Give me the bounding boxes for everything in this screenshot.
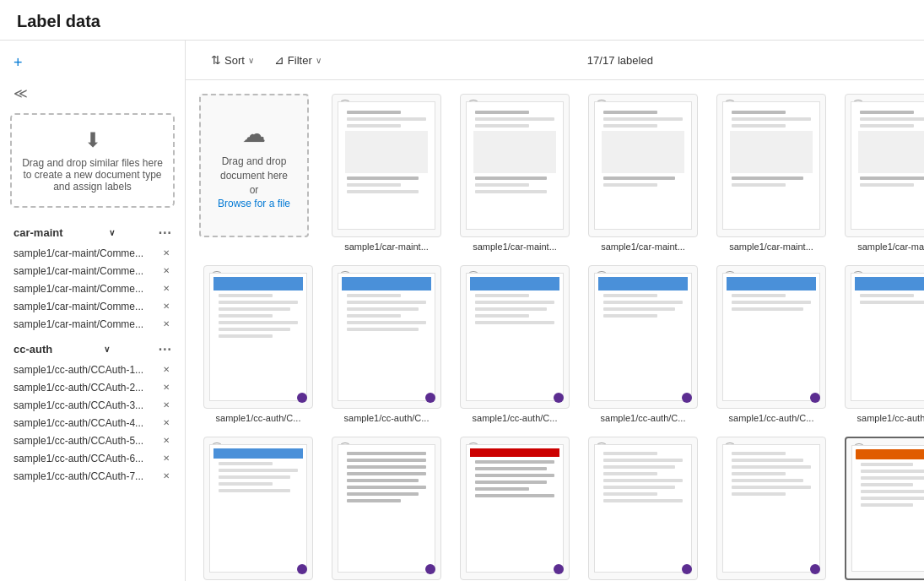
close-icon[interactable]: ✕ xyxy=(161,399,171,411)
doc-card-deed-3[interactable]: 🗑 xyxy=(584,437,702,581)
sort-chevron-icon: ∨ xyxy=(248,56,254,65)
sidebar-item-car-maint-4[interactable]: sample1/car-maint/Comme...✕ xyxy=(0,297,185,315)
label-dot xyxy=(297,564,307,574)
filter-button[interactable]: ⊿ Filter ∨ xyxy=(266,49,330,71)
sidebar-section-car-maint-header[interactable]: car-maint ∨ ⋯ xyxy=(0,221,185,244)
doc-card-car-maint-5[interactable]: 🗑 xyxy=(840,94,924,252)
sort-label: Sort xyxy=(224,54,245,67)
sidebar-section-car-maint-label: car-maint xyxy=(14,226,63,239)
collapse-icon[interactable]: ≪ xyxy=(0,82,185,105)
doc-card-cc-auth-6[interactable]: 🗑 sample1/cc-auth/C... xyxy=(840,265,924,423)
close-icon[interactable]: ✕ xyxy=(161,318,171,330)
doc-card-deed-5-selected[interactable]: 🗑 xyxy=(840,437,924,581)
upload-icon: ⬇ xyxy=(22,128,163,152)
sidebar-item-cc-auth-6[interactable]: sample1/cc-auth/CCAuth-6...✕ xyxy=(0,449,185,467)
doc-card-inner: 🗑 xyxy=(460,437,570,580)
upload-card[interactable]: ☁ Drag and drop document here or Browse … xyxy=(199,94,317,252)
doc-card-cc-auth-extra[interactable]: 🗑 xyxy=(199,437,317,581)
doc-thumbnail xyxy=(722,444,819,572)
sidebar-section-car-maint: car-maint ∨ ⋯ sample1/car-maint/Comme...… xyxy=(0,221,185,333)
sidebar-item-car-maint-1[interactable]: sample1/car-maint/Comme...✕ xyxy=(0,244,185,262)
doc-card-inner-selected: 🗑 xyxy=(845,437,924,580)
close-icon[interactable]: ✕ xyxy=(161,416,171,429)
car-maint-more-icon[interactable]: ⋯ xyxy=(158,225,171,241)
doc-card-deed-1[interactable]: 🗑 xyxy=(327,437,446,581)
sidebar-item-cc-auth-2[interactable]: sample1/cc-auth/CCAuth-2...✕ xyxy=(0,378,185,396)
doc-card-inner: 🗑 xyxy=(716,437,826,580)
sidebar-item-cc-auth-3[interactable]: sample1/cc-auth/CCAuth-3...✕ xyxy=(0,396,185,414)
doc-card-cc-auth-5[interactable]: 🗑 sample1/cc-auth/C xyxy=(712,265,830,423)
sidebar-section-cc-auth-header[interactable]: cc-auth ∨ ⋯ xyxy=(0,338,185,361)
doc-card-cc-auth-2[interactable]: 🗑 xyxy=(327,265,446,423)
sidebar-item-cc-auth-5[interactable]: sample1/cc-auth/CCAuth-5...✕ xyxy=(0,432,185,449)
filter-icon: ⊿ xyxy=(274,53,284,67)
close-icon[interactable]: ✕ xyxy=(161,452,171,464)
label-dot xyxy=(425,564,435,574)
cloud-upload-icon: ☁ xyxy=(242,120,266,148)
doc-card-deed-4[interactable]: 🗑 xyxy=(712,437,830,581)
doc-name: sample1/cc-auth/C... xyxy=(845,413,924,423)
doc-thumbnail xyxy=(594,101,691,229)
cc-auth-more-icon[interactable]: ⋯ xyxy=(158,341,171,357)
doc-card-cc-auth-3[interactable]: 🗑 xyxy=(456,265,574,423)
upload-card-inner[interactable]: ☁ Drag and drop document here or Browse … xyxy=(199,94,309,237)
doc-card-inner: 🗑 xyxy=(332,265,441,409)
sidebar-item-cc-auth-7[interactable]: sample1/cc-auth/CCAuth-7...✕ xyxy=(0,467,185,485)
sidebar-item-cc-auth-4[interactable]: sample1/cc-auth/CCAuth-4...✕ xyxy=(0,414,185,432)
doc-card-car-maint-1[interactable]: 🗑 xyxy=(327,94,446,252)
doc-thumbnail xyxy=(851,445,924,571)
page: Label data + ≪ ⬇ Drag and drop similar f… xyxy=(0,0,924,581)
doc-thumbnail xyxy=(338,444,435,572)
sidebar-section-cc-auth-label: cc-auth xyxy=(14,343,52,356)
doc-card-cc-auth-4[interactable]: 🗑 xyxy=(584,265,702,423)
doc-thumbnail xyxy=(594,444,691,572)
doc-card-car-maint-3[interactable]: 🗑 xyxy=(584,94,702,252)
close-icon[interactable]: ✕ xyxy=(161,300,171,312)
page-title: Label data xyxy=(0,0,924,41)
doc-thumbnail xyxy=(722,273,819,400)
content-area: ⇅ Sort ∨ ⊿ Filter ∨ 17/17 labeled xyxy=(186,41,924,581)
sidebar-section-cc-auth: cc-auth ∨ ⋯ sample1/cc-auth/CCAuth-1...✕… xyxy=(0,338,185,485)
sidebar-item-car-maint-3[interactable]: sample1/car-maint/Comme...✕ xyxy=(0,280,185,297)
doc-thumbnail xyxy=(851,273,924,400)
close-icon[interactable]: ✕ xyxy=(161,434,171,447)
sidebar-item-cc-auth-1[interactable]: sample1/cc-auth/CCAuth-1...✕ xyxy=(0,361,185,378)
close-icon[interactable]: ✕ xyxy=(161,470,171,482)
label-dot xyxy=(297,393,307,403)
toolbar: ⇅ Sort ∨ ⊿ Filter ∨ 17/17 labeled xyxy=(186,41,924,80)
status-label: 17/17 labeled xyxy=(333,54,907,67)
doc-thumbnail xyxy=(466,444,563,572)
close-icon[interactable]: ✕ xyxy=(161,282,171,295)
label-dot xyxy=(554,393,564,403)
add-button[interactable]: + xyxy=(0,49,185,77)
doc-name: sample1/car-maint... xyxy=(460,242,570,252)
doc-name: sample1/car-maint... xyxy=(716,242,826,252)
doc-card-car-maint-2[interactable]: 🗑 xyxy=(456,94,574,252)
upload-or: or xyxy=(250,184,259,196)
label-dot xyxy=(425,393,435,403)
close-icon[interactable]: ✕ xyxy=(161,381,171,394)
close-icon[interactable]: ✕ xyxy=(161,247,171,259)
doc-card-cc-auth-1[interactable]: 🗑 xyxy=(199,265,317,423)
sidebar-drag-drop[interactable]: ⬇ Drag and drop similar files here to cr… xyxy=(10,113,175,208)
doc-card-inner: 🗑 xyxy=(845,94,924,237)
doc-card-inner: 🗑 xyxy=(332,437,441,580)
doc-card-car-maint-4[interactable]: 🗑 xyxy=(712,94,830,252)
close-icon[interactable]: ✕ xyxy=(161,363,171,376)
car-maint-chevron-icon: ∨ xyxy=(109,228,115,237)
doc-thumbnail xyxy=(466,101,563,229)
grid-row-1: 🗑 xyxy=(199,265,910,423)
doc-name: sample1/cc-auth/C... xyxy=(588,413,698,423)
sidebar-item-car-maint-5[interactable]: sample1/car-maint/Comme...✕ xyxy=(0,315,185,333)
cc-auth-chevron-icon: ∨ xyxy=(104,345,110,354)
doc-card-inner: 🗑 xyxy=(203,265,313,409)
browse-link[interactable]: Browse for a file xyxy=(218,198,290,209)
close-icon[interactable]: ✕ xyxy=(161,264,171,277)
sort-button[interactable]: ⇅ Sort ∨ xyxy=(203,49,262,71)
doc-card-deed-2[interactable]: 🗑 xyxy=(456,437,574,581)
sidebar-item-car-maint-2[interactable]: sample1/car-maint/Comme...✕ xyxy=(0,262,185,280)
doc-card-inner: 🗑 xyxy=(203,437,313,580)
doc-thumbnail xyxy=(338,273,435,400)
doc-card-inner: 🗑 xyxy=(716,94,826,237)
sidebar-drag-text: Drag and drop similar files here to crea… xyxy=(22,157,163,193)
